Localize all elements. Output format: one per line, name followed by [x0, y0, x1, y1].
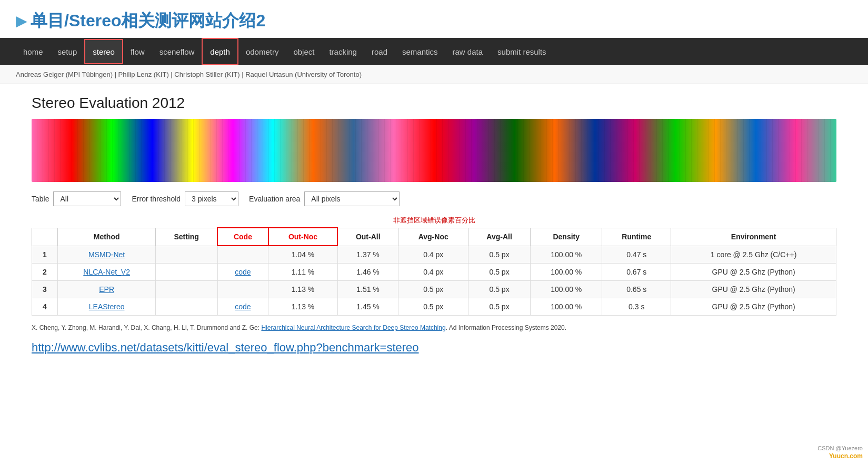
nav-item-depth[interactable]: depth [202, 38, 238, 65]
table-cell: 1.37 % [337, 246, 398, 264]
main-content: Stereo Evaluation 2012 Table All Foregro… [0, 84, 868, 365]
nav-item-sceneflow[interactable]: sceneflow [152, 38, 202, 65]
table-cell: 1.45 % [337, 298, 398, 316]
nav-item-odometry[interactable]: odometry [238, 38, 286, 65]
table-row: 3EPR1.13 %1.51 %0.5 px0.5 px100.00 %0.65… [32, 281, 836, 298]
table-cell: 0.4 px [398, 246, 468, 264]
url-link[interactable]: http://www.cvlibs.net/datasets/kitti/eva… [32, 341, 836, 355]
table-cell[interactable]: EPR [57, 281, 155, 298]
table-cell[interactable]: code [217, 298, 268, 316]
table-select[interactable]: All Foreground Background [53, 191, 121, 206]
table-cell: 1.04 % [268, 246, 337, 264]
area-select[interactable]: All pixels Non-occluded pixels [304, 191, 400, 206]
table-cell: 100.00 % [531, 298, 602, 316]
col-rank [32, 228, 58, 246]
table-cell: 0.5 px [398, 281, 468, 298]
table-cell: 0.5 px [468, 246, 531, 264]
table-row: 4LEAStereocode1.13 %1.45 %0.5 px0.5 px10… [32, 298, 836, 316]
table-cell: 4 [32, 298, 58, 316]
table-cell [217, 246, 268, 264]
nav-item-setup[interactable]: setup [51, 38, 85, 65]
reference-link[interactable]: Hierarchical Neural Architecture Search … [261, 324, 445, 331]
table-header-row: Method Setting Code Out-Noc Out-All Avg-… [32, 228, 836, 246]
table-cell: 1.13 % [268, 281, 337, 298]
nav-item-tracking[interactable]: tracking [322, 38, 364, 65]
table-cell: 0.3 s [602, 298, 671, 316]
nav-item-submit-results[interactable]: submit results [490, 38, 554, 65]
table-cell[interactable]: MSMD-Net [57, 246, 155, 264]
col-avg-noc: Avg-Noc [398, 228, 468, 246]
col-density: Density [531, 228, 602, 246]
table-cell: 1.13 % [268, 298, 337, 316]
error-select[interactable]: 1 pixel 2 pixels 3 pixels 4 pixels 5 pix… [185, 191, 238, 206]
col-out-noc: Out-Noc [268, 228, 337, 246]
table-cell [156, 264, 217, 281]
table-cell: 0.5 px [398, 298, 468, 316]
nav-item-flow[interactable]: flow [123, 38, 152, 65]
area-control-group: Evaluation area All pixels Non-occluded … [249, 191, 400, 206]
area-label: Evaluation area [249, 195, 300, 203]
nav-item-semantics[interactable]: semantics [395, 38, 445, 65]
table-cell: GPU @ 2.5 Ghz (Python) [671, 298, 836, 316]
table-cell: 100.00 % [531, 281, 602, 298]
table-cell[interactable]: LEAStereo [57, 298, 155, 316]
page-title: 单目/Stereo相关测评网站介绍2 [31, 9, 265, 33]
error-label: Error threshold [132, 195, 181, 203]
table-cell: 1.46 % [337, 264, 398, 281]
table-label: Table [32, 195, 49, 203]
table-cell: 1 core @ 2.5 Ghz (C/C++) [671, 246, 836, 264]
col-environment: Environment [671, 228, 836, 246]
nav-item-home[interactable]: home [16, 38, 51, 65]
col-out-all: Out-All [337, 228, 398, 246]
table-cell [156, 298, 217, 316]
nav-item-road[interactable]: road [364, 38, 395, 65]
table-cell: GPU @ 2.5 Ghz (Python) [671, 281, 836, 298]
table-cell: 3 [32, 281, 58, 298]
table-cell: 1 [32, 246, 58, 264]
col-runtime: Runtime [602, 228, 671, 246]
title-arrow-icon: ▶ [16, 13, 26, 29]
reference-text: X. Cheng, Y. Zhong, M. Harandi, Y. Dai, … [32, 323, 836, 332]
table-cell: 100.00 % [531, 246, 602, 264]
authors-text: Andreas Geiger (MPI Tübingen) | Philip L… [16, 70, 362, 78]
table-row: 1MSMD-Net1.04 %1.37 %0.4 px0.5 px100.00 … [32, 246, 836, 264]
col-avg-all: Avg-All [468, 228, 531, 246]
table-row: 2NLCA-Net_V2code1.11 %1.46 %0.4 px0.5 px… [32, 264, 836, 281]
controls-row: Table All Foreground Background Error th… [32, 191, 836, 206]
section-title: Stereo Evaluation 2012 [32, 95, 836, 112]
col-method: Method [57, 228, 155, 246]
page-title-area: ▶ 单目/Stereo相关测评网站介绍2 [0, 0, 868, 38]
table-cell: 1.51 % [337, 281, 398, 298]
stereo-banner-image [32, 119, 836, 182]
table-cell: 0.4 px [398, 264, 468, 281]
table-cell: GPU @ 2.5 Ghz (Python) [671, 264, 836, 281]
table-control-group: Table All Foreground Background [32, 191, 121, 206]
table-cell[interactable]: NLCA-Net_V2 [57, 264, 155, 281]
error-control-group: Error threshold 1 pixel 2 pixels 3 pixel… [132, 191, 238, 206]
watermark-csdn: CSDN @Yuezero [817, 445, 863, 451]
nav-item-raw-data[interactable]: raw data [445, 38, 491, 65]
table-cell: 1.11 % [268, 264, 337, 281]
eval-table: Method Setting Code Out-Noc Out-All Avg-… [32, 227, 836, 316]
nav-item-stereo[interactable]: stereo [84, 39, 123, 64]
table-cell: 2 [32, 264, 58, 281]
table-cell: 0.67 s [602, 264, 671, 281]
table-cell: 0.5 px [468, 281, 531, 298]
table-cell[interactable]: code [217, 264, 268, 281]
table-cell [156, 281, 217, 298]
table-cell: 100.00 % [531, 264, 602, 281]
col-code: Code [217, 228, 268, 246]
watermark-yuucn: Yuucn.com [829, 452, 863, 460]
table-cell: 0.5 px [468, 298, 531, 316]
authors-bar: Andreas Geiger (MPI Tübingen) | Philip L… [0, 65, 868, 84]
table-cell [156, 246, 217, 264]
nav-item-object[interactable]: object [286, 38, 322, 65]
table-cell: 0.65 s [602, 281, 671, 298]
table-cell: 0.47 s [602, 246, 671, 264]
annotation-text: 非遮挡区域错误像素百分比 [32, 216, 836, 225]
col-setting: Setting [156, 228, 217, 246]
navbar: homesetupstereoflowsceneflowdepthodometr… [0, 38, 868, 65]
table-cell: 0.5 px [468, 264, 531, 281]
table-cell [217, 281, 268, 298]
